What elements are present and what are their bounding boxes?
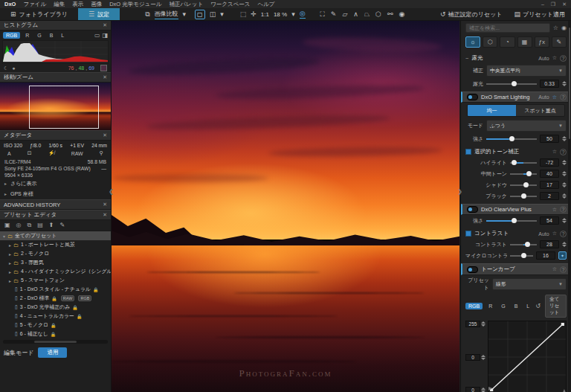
retouch-lasso-icon[interactable]: ⬡	[375, 11, 381, 18]
contrast-slider[interactable]	[510, 241, 537, 248]
menu-image[interactable]: 画像	[91, 1, 102, 8]
collapse-icon[interactable]: −	[465, 55, 468, 62]
clearview-strength-slider[interactable]	[486, 217, 537, 224]
minimize-button[interactable]: –	[541, 1, 544, 7]
tree-folder[interactable]: ▸🗀 1 - ポートレートと風景	[0, 240, 111, 249]
zoom-level-dropdown[interactable]: 18 %	[274, 11, 287, 18]
delete-icon[interactable]: ▤	[37, 222, 43, 229]
enabled-checkbox[interactable]	[465, 149, 471, 155]
auto-label[interactable]: Auto	[538, 94, 549, 100]
menu-help[interactable]: ヘルプ	[258, 1, 275, 8]
curve-channel-l[interactable]: L	[523, 303, 532, 309]
channel-rgb[interactable]: RGB	[3, 32, 20, 39]
help-icon[interactable]: ?	[560, 94, 567, 100]
highlights-slider[interactable]	[510, 159, 537, 166]
import-icon[interactable]: ⬆	[49, 222, 54, 229]
channel-l[interactable]: L	[58, 32, 67, 39]
chevron-down-icon[interactable]: ▾	[220, 11, 224, 18]
maximize-button[interactable]: ❐	[551, 1, 555, 7]
preview-eye-icon[interactable]: ◉	[399, 11, 405, 18]
fit-zoom-icon[interactable]: ◎	[300, 10, 306, 19]
advanced-history-header[interactable]: ADVANCED HISTORY ✕	[0, 199, 111, 210]
channel-g[interactable]: G	[34, 32, 44, 39]
viewport-rect[interactable]	[29, 86, 99, 129]
rename-icon[interactable]: ✎	[60, 222, 65, 229]
preview-icon[interactable]: ◎	[16, 222, 22, 229]
shadow-clip-icon[interactable]: ☾	[4, 65, 8, 71]
enabled-checkbox[interactable]	[465, 231, 471, 237]
reset-curve-icon[interactable]: ↺	[535, 303, 541, 309]
stepper[interactable]	[562, 242, 567, 247]
tab-color-icon[interactable]: ⬡	[483, 36, 497, 48]
crop-icon[interactable]: ⛶	[320, 11, 325, 18]
curve-grid[interactable]	[488, 321, 567, 392]
clipping-icon[interactable]: ◨	[102, 32, 108, 39]
reset-all-button[interactable]: 全てリセット	[545, 295, 567, 318]
curve-channel-b[interactable]: B	[512, 303, 521, 309]
stepper[interactable]	[562, 136, 567, 141]
blacks-slider[interactable]	[510, 193, 537, 199]
local-adjust-pen-icon[interactable]: ✎	[331, 11, 337, 18]
stepper[interactable]	[562, 193, 567, 199]
preset-item[interactable]: ▯ 5 - モノクロ 🔒	[0, 321, 111, 330]
search-input[interactable]	[465, 23, 550, 33]
stepper[interactable]	[562, 160, 567, 165]
menu-file[interactable]: ファイル	[23, 1, 46, 8]
tree-folder[interactable]: ▸🗀 4 - ハイダイナミックレンジ（シングルショットHDR）	[0, 267, 111, 276]
split-view-button[interactable]: ◫	[210, 11, 216, 18]
enable-toggle[interactable]	[467, 266, 478, 273]
auto-label[interactable]: Auto	[538, 231, 549, 237]
magic-wand-icon[interactable]: ✦	[558, 251, 567, 260]
favorites-star-icon[interactable]: ☆	[553, 25, 558, 31]
menu-edit[interactable]: 編集	[54, 1, 65, 8]
curve-preset-dropdown[interactable]: 線形 ▼	[492, 278, 567, 290]
compare-dropdown[interactable]: 画像比較	[155, 10, 178, 19]
exposure-header[interactable]: − 露光 Auto ☆ ?	[461, 53, 571, 63]
star-icon[interactable]: ☆	[552, 149, 557, 155]
help-icon[interactable]: ?	[560, 149, 567, 155]
close-icon[interactable]: ✕	[103, 132, 107, 138]
horizontal-scrollbar[interactable]	[3, 340, 108, 344]
tab-detail-icon[interactable]: ◔	[500, 36, 514, 48]
curve-channel-rgb[interactable]: RGB	[465, 303, 483, 309]
preset-item[interactable]: ▯ 2 - DxO 標準 🔒 RAW RGB	[0, 294, 111, 303]
right-collapse-handle[interactable]: ❯	[457, 188, 462, 195]
clone-icon[interactable]: ⚯	[387, 11, 393, 18]
smart-lighting-strength-slider[interactable]	[486, 135, 537, 142]
tree-root[interactable]: ▾🗀 全てのプリセット	[0, 231, 111, 240]
contrast-header[interactable]: コントラスト Auto ☆ ?	[461, 228, 571, 239]
curve-channel-g[interactable]: G	[498, 303, 508, 309]
perspective-icon[interactable]: ⏢	[364, 11, 370, 18]
monitor-icon[interactable]: ▭	[94, 32, 100, 39]
close-button[interactable]: ✕	[562, 1, 567, 7]
star-icon[interactable]: ☆	[552, 55, 557, 61]
gps-toggle[interactable]: ▸ GPS 座標	[0, 189, 111, 199]
output-mid[interactable]: 0	[465, 354, 480, 361]
uniform-button[interactable]: 均一	[468, 105, 516, 116]
gradient-icon[interactable]: ▱	[342, 11, 347, 18]
highlight-clip-icon[interactable]: ●	[12, 65, 15, 71]
output-min[interactable]: 0	[465, 387, 480, 392]
menu-workspace[interactable]: ワークスペース	[210, 1, 250, 8]
preset-item[interactable]: ▯ 3 - DxO 光学補正のみ 🔒	[0, 303, 111, 312]
active-corrections-eye-icon[interactable]: ◉	[561, 25, 567, 31]
stepper[interactable]	[562, 182, 567, 187]
output-max[interactable]: 255	[465, 321, 480, 327]
show-more-toggle[interactable]: ▸ さらに表示	[0, 179, 111, 189]
stepper[interactable]	[562, 218, 567, 223]
tab-photolibrary[interactable]: ⊞ フォトライブラリ	[0, 8, 78, 20]
star-icon[interactable]: ☆	[552, 266, 557, 272]
close-icon[interactable]: ✕	[103, 202, 107, 208]
tone-curve-header[interactable]: トーンカーブ ☆ ?	[461, 263, 571, 275]
clearview-header[interactable]: DxO ClearView Plus ☆ ?	[461, 204, 571, 215]
duplicate-icon[interactable]: ⧉	[28, 222, 32, 229]
stepper[interactable]	[562, 171, 567, 176]
close-icon[interactable]: ✕	[103, 212, 107, 218]
tab-light-icon[interactable]: ☼	[465, 36, 480, 48]
close-icon[interactable]: ✕	[103, 74, 107, 80]
tab-fx-icon[interactable]: ƒx	[535, 36, 549, 48]
tab-geometry-icon[interactable]: ▦	[517, 36, 532, 48]
image-viewer[interactable]: PhotograFan.com	[112, 20, 459, 392]
microcontrast-slider[interactable]	[510, 252, 533, 259]
star-icon[interactable]: ☆	[552, 231, 557, 237]
